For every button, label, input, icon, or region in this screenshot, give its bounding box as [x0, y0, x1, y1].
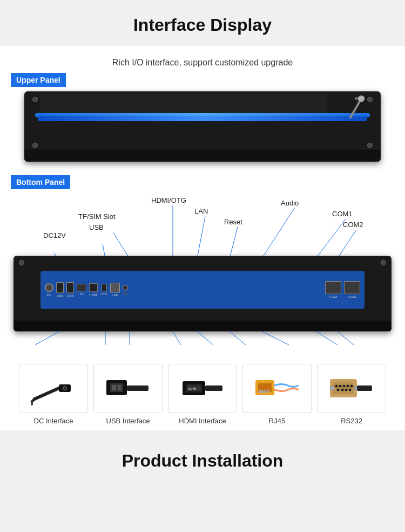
dc-cable-svg — [29, 369, 78, 407]
subtitle-text: Rich I/O interface, support customized u… — [11, 58, 394, 68]
svg-line-8 — [338, 230, 356, 256]
hdmi-port: HDMI — [89, 283, 98, 296]
svg-rect-36 — [259, 390, 261, 393]
audio-port: 🎧 — [123, 285, 128, 295]
hdmi-interface-label: HDMI Interface — [179, 417, 226, 425]
lan-label: LAN — [194, 207, 208, 215]
bottom-panel-device: DC USB USB TF HDMI — [14, 256, 392, 331]
svg-line-1 — [103, 244, 105, 256]
usb-port-1: USB — [56, 282, 64, 297]
page-title: Interface Display — [11, 15, 394, 35]
rs232-interface-image — [317, 364, 386, 413]
bottom-panel-label: Bottom Panel — [11, 175, 70, 189]
svg-point-48 — [337, 389, 340, 391]
lan-port: LAN — [110, 283, 120, 297]
dc12v-label: DC12V — [43, 231, 66, 240]
hdmi-interface-image: HDMI — [168, 364, 237, 413]
svg-line-17 — [338, 331, 354, 345]
rs232-interface-item: RS232 — [316, 364, 387, 425]
subtitle-section: Rich I/O interface, support customized u… — [0, 46, 405, 172]
upper-panel-device: WiFi — [24, 91, 381, 162]
annotation-area: DC12V USB TF/SIM Slot HDMI/OTG LAN Reset… — [14, 194, 392, 256]
hdmi-interface-item: HDMI HDMI Interface — [167, 364, 238, 425]
svg-line-6 — [262, 208, 294, 256]
usb-interface-item: USB Interface — [93, 364, 163, 425]
annotation-lines — [14, 194, 392, 256]
svg-point-47 — [350, 385, 353, 388]
svg-rect-54 — [357, 385, 372, 391]
svg-rect-26 — [127, 385, 148, 391]
com1-label: COM1 — [332, 210, 353, 218]
svg-point-50 — [345, 389, 348, 391]
usb-cable-svg — [104, 369, 152, 407]
rj45-interface-item: RJ45 — [242, 364, 312, 425]
svg-point-46 — [347, 385, 349, 388]
svg-point-21 — [64, 387, 66, 389]
footer-section: Product Installation — [0, 436, 405, 486]
svg-line-13 — [197, 331, 213, 345]
otg-port: OTG — [100, 284, 107, 296]
svg-point-45 — [343, 385, 346, 388]
svg-line-12 — [173, 331, 181, 345]
usb-port-2: USB — [66, 282, 74, 297]
interface-strip: DC USB USB TF HDMI — [40, 271, 364, 309]
svg-point-49 — [341, 389, 344, 391]
svg-rect-28 — [118, 385, 121, 390]
dc-interface-label: DC Interface — [34, 417, 73, 425]
interface-grid: DC Interface USB Interface — [5, 364, 400, 425]
svg-rect-42 — [333, 382, 354, 394]
tf-sim-label: TF/SIM Slot — [78, 212, 116, 221]
rs232-interface-label: RS232 — [341, 417, 362, 425]
upper-panel-image: WiFi — [11, 91, 394, 162]
svg-point-51 — [349, 389, 352, 391]
rs232-cable-svg — [327, 369, 376, 407]
com2-port: COM — [344, 281, 360, 298]
svg-line-15 — [262, 331, 289, 345]
header-section: Interface Display — [0, 0, 405, 46]
usb-interface-image — [93, 364, 163, 413]
reset-label: Reset — [224, 218, 242, 226]
dc-interface-item: DC Interface — [18, 364, 89, 425]
tf-sim-port: TF — [77, 284, 86, 296]
svg-rect-27 — [112, 385, 116, 390]
audio-label: Audio — [281, 199, 299, 207]
dc-interface-image — [19, 364, 88, 413]
svg-line-9 — [35, 331, 59, 345]
svg-line-7 — [316, 219, 346, 256]
svg-line-2 — [113, 233, 130, 256]
interface-images-section: DC Interface USB Interface — [0, 356, 405, 430]
svg-line-5 — [230, 227, 238, 256]
svg-line-4 — [197, 216, 205, 256]
svg-rect-38 — [264, 390, 265, 393]
footer-title: Product Installation — [11, 451, 394, 471]
hdmi-otg-label: HDMI/OTG — [151, 196, 186, 204]
rj45-interface-image — [242, 364, 312, 413]
svg-rect-39 — [266, 390, 267, 393]
rj45-interface-label: RJ45 — [269, 417, 285, 425]
svg-line-16 — [316, 331, 338, 345]
svg-rect-40 — [268, 390, 269, 393]
svg-text:HDMI: HDMI — [188, 387, 197, 390]
svg-line-14 — [230, 331, 246, 345]
svg-point-52 — [330, 386, 334, 390]
below-annotation-area — [14, 331, 392, 348]
rj45-cable-svg — [253, 369, 301, 407]
upper-panel-label: Upper Panel — [11, 73, 66, 87]
bottom-panel-section: Bottom Panel DC12V USB TF/SIM Slot HDMI/… — [0, 172, 405, 356]
usb-label: USB — [89, 223, 104, 231]
hdmi-cable-svg: HDMI — [178, 369, 227, 407]
svg-rect-33 — [205, 385, 222, 391]
svg-point-44 — [339, 385, 342, 388]
dc-power-port: DC — [45, 283, 53, 296]
svg-line-18 — [35, 388, 59, 399]
com2-label: COM2 — [343, 221, 363, 229]
below-annotation-lines — [14, 331, 392, 348]
svg-rect-37 — [261, 390, 263, 393]
wifi-label: WiFi — [355, 96, 364, 101]
com1-port: COM — [325, 281, 341, 298]
usb-interface-label: USB Interface — [106, 417, 150, 425]
svg-point-43 — [335, 385, 338, 388]
